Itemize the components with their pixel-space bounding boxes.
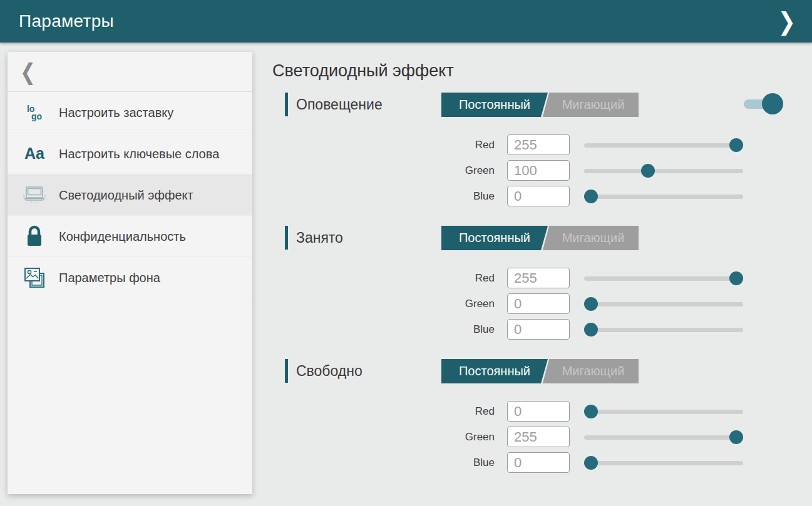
sidebar-item-label: Светодиодный эффект [59, 187, 193, 203]
blue-value-input[interactable] [507, 186, 570, 206]
blue-row: Blue [285, 316, 812, 342]
slider-track[interactable] [584, 302, 743, 306]
slider-track[interactable] [584, 169, 743, 173]
red-slider[interactable] [584, 405, 743, 418]
sidebar-item-label: Параметры фона [59, 270, 160, 286]
blue-slider[interactable] [584, 456, 743, 470]
slider-thumb[interactable] [584, 297, 598, 311]
slider-track[interactable] [584, 195, 743, 199]
slider-thumb[interactable] [641, 164, 655, 178]
mode-segmented-control: Мигающий Постоянный [441, 226, 639, 250]
red-label: Red [285, 139, 495, 151]
mode-blinking-option[interactable]: Мигающий [548, 226, 639, 250]
sidebar-item-keywords[interactable]: Aa Настроить ключевые слова [8, 133, 252, 175]
slider-thumb[interactable] [584, 190, 598, 203]
green-value-input[interactable] [507, 427, 570, 447]
green-row: Green [285, 158, 812, 183]
slider-track[interactable] [584, 143, 743, 148]
red-slider[interactable] [584, 271, 743, 285]
green-label: Green [285, 298, 495, 310]
blue-slider[interactable] [584, 323, 743, 336]
slider-thumb[interactable] [584, 456, 598, 470]
sidebar-item-label: Конфиденциальность [59, 228, 186, 245]
blue-label: Blue [285, 457, 495, 469]
slider-track[interactable] [584, 410, 743, 414]
images-icon [20, 266, 49, 290]
red-value-input[interactable] [507, 134, 570, 155]
blue-slider[interactable] [584, 190, 743, 203]
sidebar-item-label: Настроить ключевые слова [59, 146, 219, 162]
blue-value-input[interactable] [507, 452, 570, 473]
green-slider[interactable] [584, 297, 743, 311]
toggle-knob [762, 93, 783, 114]
blue-label: Blue [285, 190, 495, 203]
app-title: Параметры [19, 11, 114, 31]
settings-sidebar: ❮ logo Настроить заставку Aa Настроить к… [8, 52, 252, 494]
red-value-input[interactable] [507, 268, 570, 288]
mode-constant-option[interactable]: Постоянный [441, 226, 548, 250]
sidebar-back-button[interactable]: ❮ [8, 52, 252, 92]
green-slider[interactable] [584, 164, 743, 178]
blue-row: Blue [285, 450, 812, 475]
back-chevron-icon: ❮ [20, 59, 36, 85]
green-row: Green [285, 424, 812, 450]
slider-thumb[interactable] [584, 405, 598, 418]
section-accent-bar [285, 226, 288, 250]
page-title: Светодиодный эффект [272, 61, 812, 81]
mode-segmented-control: Мигающий Постоянный [441, 359, 639, 383]
blue-row: Blue [285, 183, 812, 209]
green-value-input[interactable] [507, 293, 570, 314]
mode-blinking-option[interactable]: Мигающий [548, 359, 639, 383]
slider-track[interactable] [584, 435, 743, 440]
green-label: Green [285, 164, 495, 177]
sidebar-item-background[interactable]: Параметры фона [8, 257, 252, 298]
section-busy: Занято Мигающий Постоянный Red Green [285, 224, 812, 342]
forward-chevron-icon[interactable]: ❯ [773, 4, 801, 38]
green-row: Green [285, 291, 812, 316]
red-label: Red [285, 272, 495, 285]
slider-thumb[interactable] [729, 430, 743, 444]
green-label: Green [285, 431, 495, 443]
slider-thumb[interactable] [729, 271, 743, 285]
notification-led-toggle[interactable] [744, 99, 774, 109]
slider-track[interactable] [584, 276, 743, 281]
red-slider[interactable] [584, 138, 743, 152]
section-free: Свободно Мигающий Постоянный Red Green [285, 357, 812, 475]
lock-icon [20, 225, 49, 248]
sidebar-item-label: Настроить заставку [59, 104, 173, 121]
app-header: Параметры ❯ [0, 0, 812, 43]
text-aa-icon: Aa [20, 144, 49, 163]
mode-blinking-option[interactable]: Мигающий [548, 93, 639, 117]
red-row: Red [285, 265, 812, 291]
sidebar-item-led-effect[interactable]: Светодиодный эффект [8, 175, 252, 216]
red-value-input[interactable] [507, 401, 570, 422]
led-effect-panel: Светодиодный эффект Оповещение Мигающий … [272, 43, 812, 506]
green-slider[interactable] [584, 430, 743, 444]
slider-thumb[interactable] [729, 138, 743, 152]
section-title: Занято [296, 230, 343, 246]
mode-constant-option[interactable]: Постоянный [441, 93, 548, 117]
green-value-input[interactable] [507, 160, 570, 181]
sidebar-item-screensaver[interactable]: logo Настроить заставку [8, 92, 252, 133]
red-row: Red [285, 398, 812, 424]
blue-value-input[interactable] [507, 319, 570, 340]
section-title: Свободно [296, 363, 362, 380]
led-monitor-icon [20, 185, 49, 205]
section-title: Оповещение [296, 96, 383, 113]
slider-track[interactable] [584, 328, 743, 332]
section-accent-bar [285, 359, 288, 383]
slider-track[interactable] [584, 461, 743, 465]
logo-icon: logo [20, 105, 49, 120]
mode-constant-option[interactable]: Постоянный [441, 359, 548, 383]
section-accent-bar [285, 93, 288, 116]
section-notification: Оповещение Мигающий Постоянный Red Green [285, 91, 812, 209]
sidebar-item-privacy[interactable]: Конфиденциальность [8, 216, 252, 257]
red-label: Red [285, 405, 495, 418]
red-row: Red [285, 132, 812, 158]
slider-thumb[interactable] [584, 323, 598, 336]
blue-label: Blue [285, 323, 495, 336]
mode-segmented-control: Мигающий Постоянный [441, 93, 639, 117]
